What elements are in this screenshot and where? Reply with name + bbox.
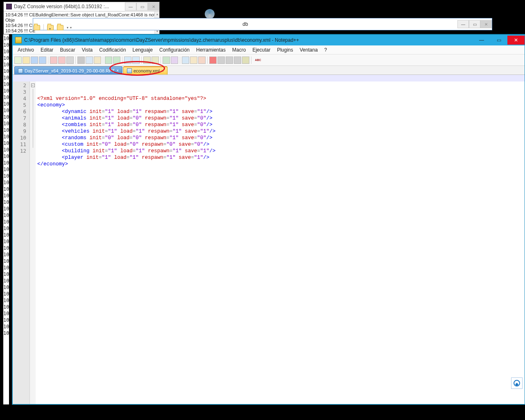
menu-buscar[interactable]: Buscar	[57, 46, 78, 54]
fold-cell[interactable]	[30, 89, 36, 95]
toolbar-f2-button[interactable]	[198, 56, 206, 64]
menu-configuración[interactable]: Configuración	[156, 46, 193, 54]
toolbar-mlist-button[interactable]	[242, 56, 249, 64]
fold-cell[interactable]	[30, 108, 36, 115]
clipped-line-number: 10	[3, 179, 9, 186]
clipped-line-number: 10	[3, 42, 9, 48]
fold-cell[interactable]	[30, 148, 36, 154]
toolbar-stop-button[interactable]	[217, 56, 225, 64]
menu-plugins[interactable]: Plugins	[274, 46, 296, 54]
folder-icon[interactable]	[57, 25, 63, 30]
teamviewer-dock-icon[interactable]	[511, 377, 523, 389]
toolbar-closeall-button[interactable]	[58, 56, 66, 64]
notepadpp-maximize-button[interactable]: ▭	[490, 36, 507, 45]
explorer-titlebar[interactable]: db — ▭ ✕	[33, 18, 492, 30]
toolbar-saveall-button[interactable]	[39, 56, 46, 64]
code-line: <player init="1" load="1" respawn="1" sa…	[37, 154, 525, 161]
toolbar-ff-button[interactable]	[234, 56, 241, 64]
console-maximize-button[interactable]: ▭	[136, 2, 148, 11]
console-close-button[interactable]: ✕	[148, 2, 159, 11]
tab-close-icon[interactable]: ×	[161, 69, 164, 73]
clipped-line-number: 10	[3, 297, 9, 304]
menu-herramientas[interactable]: Herramientas	[193, 46, 229, 54]
toolbar-save-button[interactable]	[31, 56, 38, 64]
toolbar-cut-button[interactable]	[77, 56, 85, 64]
tab-bar[interactable]: DayZServer_x64_2019-01-29_20-00-08.RPT ×…	[13, 66, 525, 75]
fold-column[interactable]: −	[30, 75, 36, 404]
toolbar-f1-button[interactable]	[190, 56, 197, 64]
console-title-text: DayZ Console version (64bit)1.0.150192 :…	[14, 4, 109, 9]
editor-area[interactable]: 123456789101112 − <?xml version="1.0" en…	[13, 75, 525, 404]
menu-ejecutar[interactable]: Ejecutar	[249, 46, 274, 54]
notepadpp-minimize-button[interactable]: —	[473, 36, 490, 45]
line-number: 2	[13, 82, 26, 89]
console-titlebar[interactable]: DayZ Console version (64bit)1.0.150192 :…	[4, 2, 159, 11]
menu-editar[interactable]: Editar	[37, 46, 57, 54]
toolbar-zoomout-button[interactable]	[152, 56, 159, 64]
toolbar-ws-button[interactable]	[163, 56, 170, 64]
notepadpp-titlebar[interactable]: C:\Program Files (x86)\Steam\steamapps\c…	[13, 35, 525, 45]
menu-codificación[interactable]: Codificación	[96, 46, 129, 54]
toolbar-separator	[180, 56, 180, 64]
clipped-line-number: 10	[3, 258, 9, 264]
toolbar-open-button[interactable]	[23, 56, 30, 64]
tab-economy[interactable]: economy.xml ×	[123, 66, 167, 75]
fold-cell[interactable]	[30, 128, 36, 135]
toolbar-rec-button[interactable]	[209, 56, 217, 64]
console-minimize-button[interactable]: —	[125, 2, 136, 11]
clipped-line-number: 10	[3, 271, 9, 278]
chevron-down-icon[interactable]: ▾	[67, 26, 72, 29]
fold-toggle-icon[interactable]: −	[31, 84, 35, 87]
toolbar-wrap-button[interactable]	[171, 56, 178, 64]
folder-icon[interactable]	[47, 25, 54, 30]
clipped-line-number: 10	[3, 304, 9, 310]
tab-label: DayZServer_x64_2019-01-29_20-00-08.RPT	[25, 68, 115, 73]
toolbar-undo-button[interactable]	[105, 56, 112, 64]
menu-vista[interactable]: Vista	[79, 46, 96, 54]
folder-icon[interactable]	[34, 25, 40, 30]
menu-?[interactable]: ?	[321, 46, 330, 54]
menu-macro[interactable]: Macro	[229, 46, 249, 54]
toolbar[interactable]: ABC	[13, 54, 525, 66]
menu-lenguaje[interactable]: Lenguaje	[129, 46, 156, 54]
code-line: <custom init="0" load="0" respawn="0" sa…	[37, 141, 525, 148]
tab-close-icon[interactable]: ×	[116, 68, 119, 73]
toolbar-find-button[interactable]	[124, 56, 131, 64]
toolbar-zoomin-button[interactable]	[143, 56, 151, 64]
explorer-maximize-button[interactable]: ▭	[469, 20, 480, 28]
explorer-minimize-button[interactable]: —	[457, 20, 469, 28]
toolbar-redo-button[interactable]	[113, 56, 120, 64]
clipped-line-number: 10	[3, 133, 9, 140]
fold-cell[interactable]: −	[30, 82, 36, 89]
fold-cell[interactable]	[30, 141, 36, 148]
toolbar-lang-button[interactable]	[182, 56, 189, 64]
toolbar-new-button[interactable]	[14, 56, 22, 64]
toolbar-replace-button[interactable]	[132, 56, 140, 64]
menu-ventana[interactable]: Ventana	[296, 46, 321, 54]
fold-cell[interactable]	[30, 95, 36, 102]
toolbar-print-button[interactable]	[66, 56, 74, 64]
toolbar-copy-button[interactable]	[86, 56, 93, 64]
fold-cell[interactable]	[30, 115, 36, 122]
toolbar-paste-button[interactable]	[94, 56, 101, 64]
fold-cell[interactable]	[30, 102, 36, 108]
toolbar-play-button[interactable]	[226, 56, 233, 64]
clipped-line-number: 10	[3, 94, 9, 101]
menu-archivo[interactable]: Archivo	[14, 46, 37, 54]
fold-cell[interactable]	[30, 122, 36, 128]
notepadpp-close-button[interactable]: ✕	[507, 36, 525, 45]
code-line: <randoms init="0" load="0" respawn="1" s…	[37, 135, 525, 141]
clipped-line-number: 10	[3, 107, 9, 114]
toolbar-abc-button[interactable]: ABC	[253, 56, 263, 64]
explorer-close-button[interactable]: ✕	[480, 20, 492, 28]
tab-rptfile[interactable]: DayZServer_x64_2019-01-29_20-00-08.RPT ×	[14, 66, 122, 75]
fold-cell[interactable]	[30, 135, 36, 141]
code-content[interactable]: <?xml version="1.0" encoding="UTF-8" sta…	[36, 75, 525, 404]
clipped-line-number: 10	[3, 81, 9, 88]
clipped-line-number: 10	[3, 219, 9, 225]
file-icon	[127, 68, 132, 73]
toolbar-close-button[interactable]	[50, 56, 57, 64]
code-line: <animals init="1" load="0" respawn="1" s…	[37, 115, 525, 122]
tab-label: economy.xml	[134, 68, 160, 73]
menubar[interactable]: ArchivoEditarBuscarVistaCodificaciónLeng…	[13, 45, 525, 54]
